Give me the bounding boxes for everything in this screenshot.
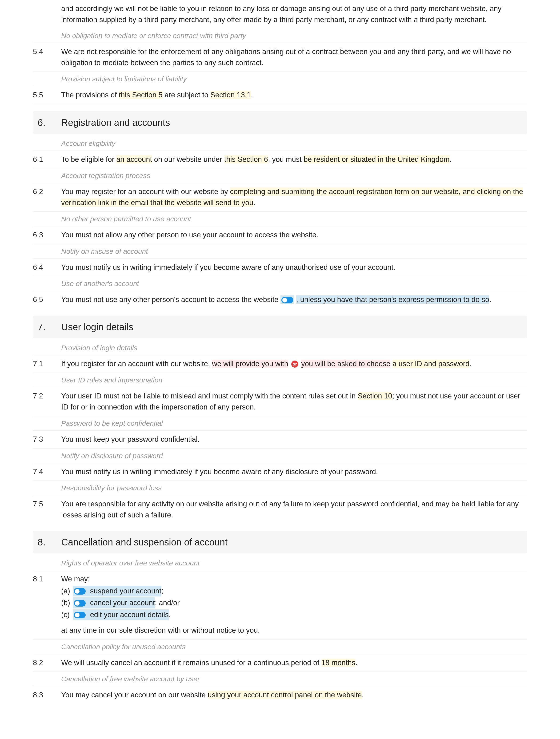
clause-note-6-4: Notify on misuse of account	[33, 244, 527, 259]
clause-number: 8.1	[33, 574, 61, 636]
clause-body: You must keep your password confidential…	[61, 434, 527, 445]
clause-body: You must notify us in writing immediatel…	[61, 262, 527, 273]
text: .	[253, 198, 256, 207]
clause-note-8-3: Cancellation of free website account by …	[33, 672, 527, 686]
clause-6-3: 6.3 You must not allow any other person …	[33, 226, 527, 244]
toggle-icon[interactable]	[74, 612, 86, 618]
clause-intro: We may:	[61, 574, 527, 585]
clause-body: You must not use any other person's acco…	[61, 294, 527, 305]
option-b[interactable]: you will be asked to choose	[301, 359, 390, 368]
clause-number: 7.1	[33, 358, 61, 370]
clause-number: 6.5	[33, 294, 61, 305]
editable-ref[interactable]: this Section 6	[224, 155, 268, 163]
clause-note-6-3: No other person permitted to use account	[33, 212, 527, 226]
editable-ref[interactable]: Section 10	[358, 392, 392, 400]
sub-list: (a) suspend your account; (b) cancel you…	[61, 586, 527, 620]
section-number: 8.	[38, 535, 61, 549]
section-header-8: 8. Cancellation and suspension of accoun…	[33, 531, 527, 554]
toggle-icon[interactable]	[281, 297, 293, 303]
text: You may register for an account with our…	[61, 187, 230, 196]
text: The provisions of	[61, 91, 119, 99]
text: .	[251, 91, 253, 99]
document-root: and accordingly we will not be liable to…	[0, 0, 560, 704]
clause-tail: at any time in our sole discretion with …	[61, 625, 527, 636]
toggle-span	[280, 295, 294, 304]
sub-letter: (b)	[61, 597, 73, 608]
toggle-text[interactable]: , unless you have that person's express …	[296, 295, 489, 304]
clause-body: You must not allow any other person to u…	[61, 230, 527, 241]
section-title: Cancellation and suspension of account	[61, 535, 228, 549]
sub-item-a: (a) suspend your account;	[61, 586, 527, 597]
toggle-text[interactable]: cancel your account	[90, 599, 155, 607]
editable-text[interactable]: using your account control panel on the …	[208, 691, 362, 699]
clause-note-6-1: Account eligibility	[33, 136, 527, 151]
editable-text[interactable]: a user ID and password	[393, 359, 469, 368]
clause-note-7-3: Password to be kept confidential	[33, 416, 527, 431]
sub-letter: (a)	[61, 586, 73, 597]
text: Your user ID must not be liable to misle…	[61, 392, 358, 400]
clause-note-7-5: Responsibility for password loss	[33, 481, 527, 495]
clause-pre-5-4: and accordingly we will not be liable to…	[33, 0, 527, 28]
sub-item-c: (c) edit your account details,	[61, 609, 527, 620]
clause-body: Your user ID must not be liable to misle…	[61, 391, 527, 413]
clause-number: 5.5	[33, 90, 61, 101]
editable-ref[interactable]: Section 13.1	[211, 91, 251, 99]
clause-5-5: 5.5 The provisions of this Section 5 are…	[33, 86, 527, 104]
editable-ref[interactable]: this Section 5	[119, 91, 163, 99]
sub-item-b: (b) cancel your account; and/or	[61, 597, 527, 608]
clause-note-6-5: Use of another's account	[33, 276, 527, 291]
sub-letter: (c)	[61, 609, 73, 620]
text: You may cancel your account on our websi…	[61, 691, 208, 699]
editable-text[interactable]: 18 months	[321, 658, 356, 667]
clause-note-7-4: Notify on disclosure of password	[33, 449, 527, 463]
clause-number: 8.3	[33, 690, 61, 701]
text: If you register for an account with our …	[61, 359, 212, 368]
toggle-span: edit your account details	[73, 609, 169, 620]
clause-6-5: 6.5 You must not use any other person's …	[33, 291, 527, 309]
toggle-text[interactable]: suspend your account	[90, 587, 161, 595]
clause-body: You may register for an account with our…	[61, 186, 527, 208]
text: .	[489, 295, 492, 304]
clause-8-2: 8.2 We will usually cancel an account if…	[33, 654, 527, 672]
text: .	[362, 691, 364, 699]
section-number: 7.	[38, 320, 61, 334]
clause-7-3: 7.3 You must keep your password confiden…	[33, 431, 527, 449]
clause-number: 8.2	[33, 657, 61, 669]
clause-number: 6.1	[33, 154, 61, 165]
clause-note-7-2: User ID rules and impersonation	[33, 373, 527, 388]
clause-note-7-1: Provision of login details	[33, 340, 527, 355]
text	[390, 359, 393, 368]
toggle-icon[interactable]	[74, 588, 86, 595]
editable-text[interactable]: an account	[116, 155, 152, 163]
section-title: User login details	[61, 320, 133, 334]
editable-text[interactable]: be resident or situated in the United Ki…	[304, 155, 450, 163]
clause-body: To be eligible for an account on our web…	[61, 154, 527, 165]
text: To be eligible for	[61, 155, 116, 163]
clause-6-2: 6.2 You may register for an account with…	[33, 183, 527, 212]
clause-number-blank	[33, 3, 61, 25]
clause-number: 7.2	[33, 391, 61, 413]
clause-body: You are responsible for any activity on …	[61, 499, 527, 521]
toggle-span: cancel your account	[73, 597, 155, 608]
clause-body: You may cancel your account on our websi…	[61, 690, 527, 701]
toggle-text[interactable]: edit your account details	[90, 611, 169, 619]
clause-number: 6.3	[33, 230, 61, 241]
clause-body: We are not responsible for the enforceme…	[61, 46, 527, 68]
clause-7-4: 7.4 You must notify us in writing immedi…	[33, 463, 527, 481]
text: .	[355, 658, 358, 667]
clause-number: 5.4	[33, 46, 61, 68]
clause-body: We will usually cancel an account if it …	[61, 657, 527, 669]
toggle-span: suspend your account	[73, 586, 161, 597]
clause-7-5: 7.5 You are responsible for any activity…	[33, 495, 527, 524]
or-badge-icon[interactable]: or	[291, 360, 298, 367]
text: , you must	[268, 155, 304, 163]
clause-number: 7.3	[33, 434, 61, 445]
clause-note-8-2: Cancellation policy for unused accounts	[33, 639, 527, 654]
clause-note-5-5: Provision subject to limitations of liab…	[33, 72, 527, 86]
section-header-6: 6. Registration and accounts	[33, 111, 527, 134]
clause-note-6-2: Account registration process	[33, 168, 527, 183]
clause-note-5-4: No obligation to mediate or enforce cont…	[33, 28, 527, 43]
option-a[interactable]: we will provide you with	[212, 359, 288, 368]
toggle-icon[interactable]	[74, 600, 86, 607]
clause-6-4: 6.4 You must notify us in writing immedi…	[33, 259, 527, 277]
